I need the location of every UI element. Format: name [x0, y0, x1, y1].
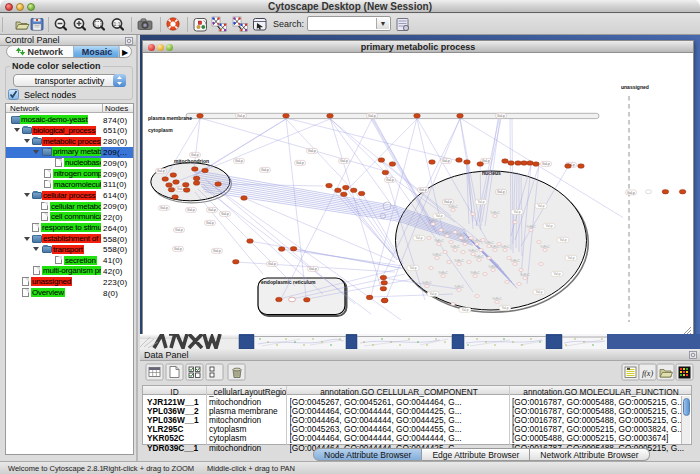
svg-text:nucleus: nucleus — [482, 170, 501, 176]
svg-text:Gal-p: Gal-p — [208, 208, 216, 212]
svg-text:Gal-p: Gal-p — [444, 200, 452, 204]
svg-text:Yal-p: Yal-p — [537, 204, 544, 208]
svg-text:YxRsC: YxRsC — [456, 233, 466, 237]
svg-text:Gal-p: Gal-p — [497, 190, 505, 194]
svg-text:YxRsC: YxRsC — [422, 281, 432, 285]
svg-text:Gal-p: Gal-p — [174, 247, 182, 251]
svg-text:Yal-p: Yal-p — [513, 210, 520, 214]
svg-text:Gal-p: Gal-p — [187, 208, 195, 212]
svg-text:YxRsC: YxRsC — [460, 239, 470, 243]
svg-text:f(x): f(x) — [642, 369, 653, 378]
svg-text:Gal-p: Gal-p — [627, 191, 635, 195]
svg-text:Gal-p: Gal-p — [386, 178, 394, 182]
svg-text:Gal-p: Gal-p — [235, 159, 243, 163]
svg-text:plasma membrane: plasma membrane — [148, 115, 192, 121]
svg-text:Gal-p: Gal-p — [296, 161, 304, 165]
svg-text:YxRsC: YxRsC — [510, 259, 520, 263]
svg-text:Gal-p: Gal-p — [206, 221, 214, 225]
svg-text:Yal-p: Yal-p — [409, 266, 416, 270]
svg-text:Yal-p: Yal-p — [559, 238, 566, 242]
svg-text:YxRsC: YxRsC — [434, 239, 444, 243]
svg-text:Yal-p: Yal-p — [553, 272, 560, 276]
svg-text:Gal-p: Gal-p — [368, 114, 376, 118]
svg-text:YxRsC: YxRsC — [520, 273, 530, 277]
svg-text:1:1: 1:1 — [114, 21, 121, 27]
svg-text:YxRsC: YxRsC — [474, 255, 484, 259]
svg-text:Gal-p: Gal-p — [309, 267, 317, 271]
svg-text:Gal-p: Gal-p — [221, 212, 229, 216]
svg-text:YxRsC: YxRsC — [448, 205, 458, 209]
svg-text:YxRsC: YxRsC — [526, 225, 536, 229]
svg-text:Gal-p: Gal-p — [157, 169, 165, 173]
svg-text:Yal-p: Yal-p — [545, 224, 552, 228]
svg-text:YxRsC: YxRsC — [428, 219, 438, 223]
svg-text:YxRsC: YxRsC — [454, 259, 464, 263]
svg-text:Yal-p: Yal-p — [415, 236, 422, 240]
svg-text:Gal-p: Gal-p — [237, 114, 245, 118]
svg-text:YxRsC: YxRsC — [442, 231, 452, 235]
svg-text:Gal-p: Gal-p — [213, 249, 221, 253]
svg-text:unassigned: unassigned — [621, 84, 649, 90]
svg-text:Yal-p: Yal-p — [567, 256, 574, 260]
svg-text:Gal-p: Gal-p — [419, 188, 427, 192]
svg-text:Gal-p: Gal-p — [160, 206, 168, 210]
svg-text:Gal-p: Gal-p — [308, 149, 316, 153]
svg-text:Gal-p: Gal-p — [542, 162, 550, 166]
svg-text:Yal-p: Yal-p — [435, 214, 442, 218]
svg-text:Gal-p: Gal-p — [261, 168, 269, 172]
svg-text:YxRsC: YxRsC — [470, 271, 480, 275]
svg-text:Gal-p: Gal-p — [442, 159, 450, 163]
svg-text:Yal-p: Yal-p — [477, 200, 484, 204]
svg-text:YxRsC: YxRsC — [468, 249, 478, 253]
svg-text:Gal-p: Gal-p — [191, 153, 199, 157]
svg-text:cytoplasm: cytoplasm — [148, 127, 173, 133]
svg-text:YxRsC: YxRsC — [492, 297, 502, 301]
svg-text:Gal-p: Gal-p — [497, 114, 505, 118]
svg-text:Yal-p: Yal-p — [535, 290, 542, 294]
svg-text:YxRsC: YxRsC — [450, 245, 460, 249]
svg-text:Yal-p: Yal-p — [501, 306, 508, 310]
svg-text:Gal-p: Gal-p — [340, 159, 348, 163]
svg-text:YxRsC: YxRsC — [488, 265, 498, 269]
svg-text:YxRsC: YxRsC — [432, 253, 442, 257]
svg-text:mitochondrion: mitochondrion — [174, 158, 209, 164]
svg-text:YxRsC: YxRsC — [540, 245, 550, 249]
svg-text:Gal-p: Gal-p — [268, 262, 276, 266]
svg-text:Yal-p: Yal-p — [429, 292, 436, 296]
svg-text:Gal-p: Gal-p — [175, 228, 183, 232]
svg-text:YxRsC: YxRsC — [454, 285, 464, 289]
svg-text:YxRsC: YxRsC — [500, 245, 510, 249]
svg-text:YxRsC: YxRsC — [438, 271, 448, 275]
svg-text:Yal-p: Yal-p — [461, 308, 468, 312]
svg-text:YxRsC: YxRsC — [490, 211, 500, 215]
